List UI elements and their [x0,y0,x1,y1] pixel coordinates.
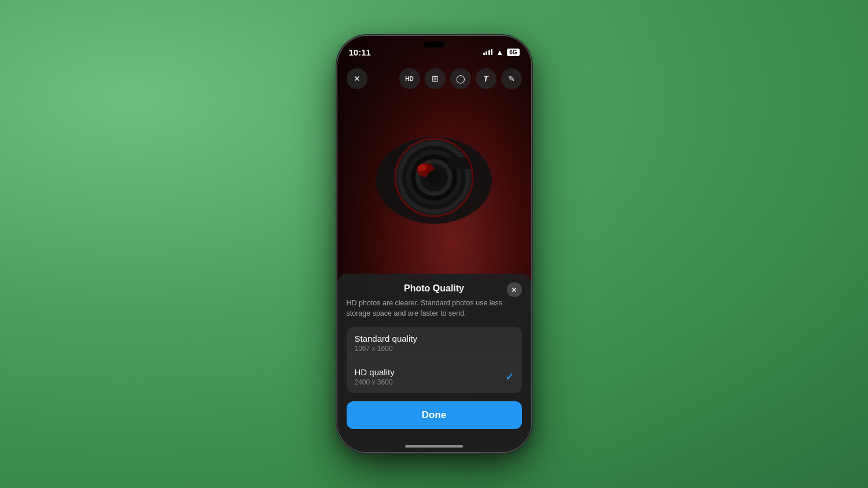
hd-quality-dims: 2400 x 3600 [355,378,395,386]
toolbar: ✕ HD ⊞ ◯ T ✎ [337,61,531,96]
hd-quality-option[interactable]: HD quality 2400 x 3600 ✓ [347,360,522,393]
modal-close-button[interactable]: ✕ [507,282,522,297]
done-button[interactable]: Done [347,401,522,429]
close-button[interactable]: ✕ [347,68,367,89]
standard-quality-name: Standard quality [355,334,417,343]
svg-point-9 [418,164,427,171]
battery-badge: 6G [507,49,519,56]
pencil-button[interactable]: ✎ [501,68,522,89]
quality-options-list: Standard quality 1067 x 1600 HD quality … [347,327,522,393]
status-time: 10:11 [349,47,371,57]
status-icons: ▲ 6G [483,48,520,57]
wifi-icon: ▲ [496,48,503,57]
modal-header: Photo Quality ✕ [347,283,522,294]
hd-button[interactable]: HD [399,68,420,89]
hd-selected-checkmark: ✓ [505,371,514,383]
standard-quality-option[interactable]: Standard quality 1067 x 1600 [347,327,522,360]
text-button[interactable]: T [476,68,496,89]
shape-button[interactable]: ◯ [450,68,471,89]
hd-quality-name: HD quality [355,367,395,377]
phone-mockup: 10:11 ▲ 6G ✕ HD [337,36,531,452]
crop-button[interactable]: ⊞ [425,68,446,89]
camera-image [365,111,503,238]
status-bar: 10:11 ▲ 6G [337,36,531,61]
phone-frame: 10:11 ▲ 6G ✕ HD [337,36,531,452]
home-indicator [405,445,463,448]
photo-quality-modal: Photo Quality ✕ HD photos are clearer. S… [337,274,531,452]
modal-title: Photo Quality [404,283,464,294]
svg-rect-11 [448,157,477,169]
toolbar-center: HD ⊞ ◯ T ✎ [399,68,522,89]
svg-point-10 [427,171,441,184]
signal-icon [483,49,493,55]
modal-description: HD photos are clearer. Standard photos u… [347,298,522,319]
standard-quality-dims: 1067 x 1600 [355,345,417,353]
dynamic-island [424,42,444,47]
